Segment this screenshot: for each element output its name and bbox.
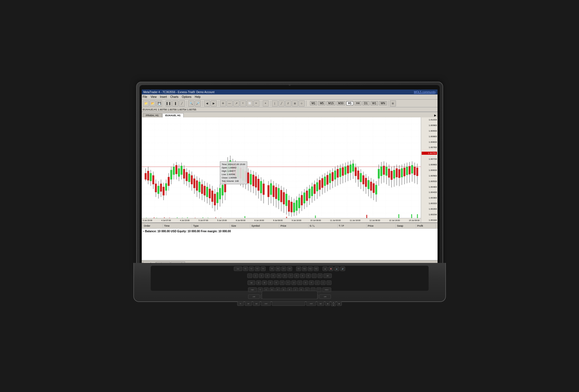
channel-btn[interactable]: // [285, 100, 291, 107]
tf-m15[interactable]: M15 [326, 101, 335, 105]
tf-m5[interactable]: M5 [318, 101, 325, 105]
new-chart-btn[interactable]: 📁 [143, 100, 149, 107]
svg-rect-58 [165, 183, 167, 190]
bar-chart-btn[interactable]: ▌▐ [165, 100, 172, 107]
save-btn[interactable]: 💾 [156, 100, 162, 107]
line-btn[interactable]: ╱ [179, 100, 185, 107]
svg-rect-92 [209, 189, 211, 198]
svg-rect-170 [311, 187, 313, 196]
tf-h4[interactable]: H4 [354, 101, 361, 105]
menu-bar: File View Insert Charts Options Help [142, 95, 438, 100]
tf-d1[interactable]: D1 [362, 101, 369, 105]
vertical-line-btn[interactable]: | [272, 100, 278, 107]
svg-rect-208 [360, 173, 362, 182]
chart-tab-fr40[interactable]: FR40m, H1 [143, 113, 162, 117]
toolbar-sep-8 [388, 101, 388, 106]
svg-rect-140 [272, 185, 274, 197]
time-label-10: 10 Jul 08:00 [310, 219, 321, 221]
svg-rect-234 [393, 170, 395, 179]
svg-rect-48 [152, 175, 154, 184]
svg-rect-244 [406, 167, 408, 175]
svg-rect-230 [388, 169, 390, 178]
time-label-8: 9 Jul 08:00 [273, 219, 283, 221]
mql5-link[interactable]: MQL5.community [414, 91, 436, 94]
svg-rect-136 [267, 185, 269, 197]
col-size: Size [230, 224, 250, 228]
svg-rect-178 [321, 178, 323, 188]
svg-rect-250 [414, 167, 415, 175]
tf-m1[interactable]: M1 [310, 101, 317, 105]
svg-rect-72 [183, 169, 185, 178]
draw-btn[interactable]: ✏ [253, 100, 260, 107]
menu-help[interactable]: Help [195, 95, 201, 98]
menu-file[interactable]: File [143, 95, 147, 98]
scroll-right-btn[interactable]: ▶ [211, 100, 217, 107]
fib-btn[interactable]: ⊞ [292, 100, 298, 107]
svg-rect-190 [337, 169, 338, 178]
svg-rect-94 [211, 191, 213, 202]
price-1.60283: 1.60283 [422, 208, 437, 210]
time-label-2: 4 Jul 07:00 [161, 219, 171, 221]
time-label-12: 11 Jul 16:00 [350, 219, 360, 221]
text-btn[interactable]: T [240, 100, 246, 107]
object-btn[interactable]: ⬜ [247, 100, 253, 107]
svg-rect-126 [252, 175, 254, 186]
svg-rect-186 [331, 172, 333, 181]
svg-rect-236 [396, 168, 398, 177]
trackpad[interactable] [262, 291, 318, 299]
price-1.60883: 1.60883 [422, 135, 437, 138]
svg-rect-78 [191, 175, 193, 184]
svg-rect-148 [283, 192, 285, 204]
svg-rect-194 [342, 167, 344, 176]
svg-rect-86 [201, 184, 203, 194]
menu-charts[interactable]: Charts [170, 95, 178, 98]
svg-rect-204 [355, 167, 357, 176]
tf-h1[interactable]: H1 [346, 101, 353, 105]
zoom-in-btn[interactable]: 🔍 [188, 100, 194, 107]
chart-scroll-right[interactable]: ▶ [434, 114, 436, 117]
price-1.60433: 1.60433 [422, 191, 437, 193]
menu-options[interactable]: Options [182, 95, 191, 98]
tf-w1[interactable]: W1 [371, 101, 378, 105]
svg-rect-100 [219, 188, 221, 199]
trendline-btn[interactable]: ╱ [278, 100, 285, 107]
price-1.60184: 1.60184 [422, 219, 437, 221]
svg-rect-82 [196, 180, 198, 191]
col-sl: S / L [309, 224, 338, 228]
svg-rect-44 [147, 171, 149, 180]
svg-rect-52 [157, 186, 159, 194]
plus-btn[interactable]: + [263, 100, 269, 107]
tooltip-open: Open: 1.60662 [222, 166, 245, 170]
menu-view[interactable]: View [151, 95, 157, 98]
svg-rect-132 [260, 181, 262, 193]
tooltip-low: Low: 1.60536 [222, 173, 245, 176]
tf-m30[interactable]: M30 [337, 101, 345, 105]
svg-rect-206 [357, 171, 359, 180]
zoom-out-btn[interactable]: 🔎 [195, 100, 201, 107]
svg-rect-96 [214, 194, 216, 205]
svg-rect-146 [280, 190, 282, 202]
svg-rect-144 [278, 188, 280, 201]
scroll-left-btn[interactable]: ◀ [204, 100, 210, 107]
time-label-4: 5 Jul 07:00 [199, 219, 208, 221]
title-bar: MetaTrader 4 - 7C363556 - Exness-Trial9:… [142, 89, 438, 95]
open-btn[interactable]: 📂 [150, 100, 156, 107]
svg-rect-232 [390, 171, 392, 180]
svg-rect-152 [288, 200, 290, 212]
col-price2: Price [367, 224, 396, 228]
svg-rect-184 [329, 173, 331, 183]
price-1.60383: 1.60383 [422, 197, 437, 199]
candle-btn[interactable]: ▐ [172, 100, 178, 107]
menu-insert[interactable]: Insert [160, 95, 167, 98]
crosshair-btn[interactable]: ✛ [220, 100, 226, 107]
arrow-btn[interactable]: ↗ [233, 100, 239, 107]
svg-rect-46 [150, 173, 152, 181]
toolbar-sep-6 [270, 101, 270, 106]
svg-rect-162 [301, 195, 303, 205]
svg-rect-166 [306, 191, 308, 201]
tf-mn[interactable]: MN [379, 101, 387, 105]
template-btn[interactable]: ⊞ [390, 100, 396, 107]
chart-tab-euxaud[interactable]: EUXAUD, H1 [162, 113, 184, 117]
gann-btn[interactable]: ⊹ [299, 100, 305, 107]
line-tool-btn[interactable]: — [227, 100, 233, 107]
